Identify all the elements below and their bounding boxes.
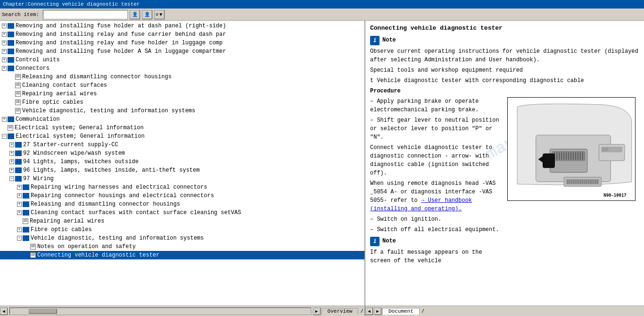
title-bar: Chapter:Connecting vehicle diagnostic te… — [0, 0, 644, 8]
folder-icon — [15, 159, 22, 165]
folder-icon — [8, 23, 14, 29]
toolbar: Search item: 👤 👤 ≡▼ — [0, 8, 644, 21]
expand-icon[interactable]: + — [2, 24, 7, 28]
tree-item-label: 27 Starter-current supply-CC — [23, 141, 118, 149]
tree-item[interactable]: +Control units — [0, 56, 364, 64]
tree-item[interactable]: Cleaning contact surfaces — [0, 81, 364, 90]
tree-item-label: 96 Lights, lamps, switches inside, anti-… — [23, 166, 199, 174]
tree-item-label: Repairing aerial wires — [22, 90, 97, 98]
tree-item-label: Vehicle diagnostic, testing and informat… — [31, 234, 204, 242]
expand-icon[interactable]: + — [9, 159, 14, 164]
toolbar-btn-1[interactable]: 👤 — [130, 10, 140, 19]
search-input[interactable] — [43, 10, 128, 19]
page-icon — [15, 91, 21, 97]
tree-item[interactable]: Vehicle diagnostic, testing and informat… — [0, 107, 364, 115]
page-icon — [30, 252, 36, 258]
tree-item[interactable]: +Fibre optic cables — [0, 225, 364, 234]
tree-item-label: Removing and installing relay and fuse h… — [16, 39, 223, 47]
tree-item[interactable]: +94 Lights, lamps, switches outside — [0, 158, 364, 166]
nav-prev-btn[interactable]: ◄ — [365, 308, 373, 315]
expand-icon[interactable]: − — [17, 236, 22, 241]
expand-icon[interactable]: − — [2, 134, 7, 139]
tree-item[interactable]: Repairing aerial wires — [0, 217, 364, 225]
tree-item[interactable]: +Communication — [0, 115, 364, 124]
tree-item[interactable]: +Repairing connector housings and electr… — [0, 191, 364, 200]
svg-rect-20 — [601, 147, 622, 152]
page-icon — [15, 100, 21, 105]
tree-item[interactable]: +Removing and installing fuse holder at … — [0, 22, 364, 30]
tree-item[interactable]: +Removing and installing relay and fuse … — [0, 39, 364, 47]
tree-item[interactable]: −Electrical system; General information — [0, 132, 364, 141]
connect-text: Connect vehicle diagnostic tester to dia… — [370, 143, 504, 177]
switch-off: – Switch off all electrical equipment. — [370, 225, 504, 234]
expand-icon[interactable]: + — [2, 49, 7, 54]
tree-item[interactable]: Connecting vehicle diagnostic tester — [0, 251, 364, 259]
tree-item[interactable]: Fibre optic cables — [0, 98, 364, 107]
expand-icon[interactable]: − — [9, 176, 14, 181]
tree-item[interactable]: +96 Lights, lamps, switches inside, anti… — [0, 166, 364, 175]
tree-item[interactable]: +Cleaning contact surfaces with contact … — [0, 208, 364, 217]
scroll-left-btn[interactable]: ◄ — [0, 308, 8, 315]
folder-icon — [23, 193, 29, 199]
folder-icon — [8, 66, 14, 71]
tree-item[interactable]: +Connectors — [0, 64, 364, 73]
tree-item[interactable]: Repairing aerial wires — [0, 90, 364, 98]
tree-item[interactable]: +Releasing and dismantling connector hou… — [0, 200, 364, 208]
folder-icon — [23, 210, 29, 216]
toolbar-btn-3[interactable]: ≡▼ — [154, 10, 165, 19]
expand-icon[interactable]: + — [17, 227, 22, 232]
tree-item-label: Removing and installing relay and fuse c… — [16, 31, 226, 38]
tab-sep-left: / — [359, 308, 364, 314]
folder-icon — [8, 32, 14, 37]
right-panel: manualslib Connecting vehicle diagnostic… — [365, 21, 644, 306]
left-scrollbar[interactable] — [9, 308, 311, 315]
page-icon — [30, 244, 36, 249]
tree-item-label: Repairing connector housings and electri… — [31, 192, 214, 200]
expand-icon[interactable]: + — [2, 41, 7, 45]
tree-item[interactable]: −97 Wiring — [0, 175, 364, 183]
expand-icon[interactable]: + — [2, 66, 7, 71]
folder-icon — [23, 184, 29, 190]
scroll-right-btn[interactable]: ► — [313, 308, 321, 315]
folder-icon — [15, 142, 22, 148]
tree-item[interactable]: +Repairing wiring harnesses and electric… — [0, 183, 364, 191]
diagram-box: N90-10017 — [507, 97, 636, 201]
expand-icon[interactable]: + — [9, 168, 14, 173]
toolbar-btn-2[interactable]: 👤 — [142, 10, 152, 19]
right-title: Connecting vehicle diagnostic tester — [370, 24, 639, 33]
expand-icon[interactable]: + — [17, 202, 22, 207]
tree-item[interactable]: +27 Starter-current supply-CC — [0, 141, 364, 149]
expand-icon[interactable]: + — [9, 151, 14, 156]
folder-icon — [15, 150, 22, 156]
expand-icon[interactable]: + — [17, 210, 22, 215]
tree-item-label: Notes on operation and safety — [37, 243, 136, 250]
tree-item-label: Removing and installing fuse holder at d… — [16, 22, 226, 30]
expand-icon[interactable]: + — [2, 117, 7, 122]
expand-icon[interactable]: + — [9, 142, 14, 147]
nav-next-btn[interactable]: ► — [374, 308, 381, 315]
page-icon — [23, 218, 28, 224]
tree-item-label: Connectors — [16, 65, 50, 72]
expand-icon[interactable]: + — [17, 185, 22, 190]
tree-item[interactable]: Notes on operation and safety — [0, 242, 364, 251]
tab-overview[interactable]: Overview — [322, 308, 359, 314]
tree-item-label: Releasing and dismantling connector hous… — [31, 200, 180, 208]
procedure-label: Procedure — [370, 87, 639, 95]
page-icon — [15, 83, 21, 88]
expand-icon[interactable]: + — [17, 193, 22, 198]
expand-icon[interactable]: + — [2, 58, 7, 62]
page-icon — [15, 74, 21, 80]
tree-item[interactable]: +Removing and installing relay and fuse … — [0, 30, 364, 39]
tree-item[interactable]: +Removing and installing fuse holder A S… — [0, 47, 364, 56]
tree-item[interactable]: −Vehicle diagnostic, testing and informa… — [0, 234, 364, 242]
tree-item[interactable]: Electrical system; General information — [0, 124, 364, 132]
title-text: Chapter:Connecting vehicle diagnostic te… — [3, 1, 140, 7]
folder-icon — [23, 235, 29, 241]
expand-icon[interactable]: + — [2, 32, 7, 37]
tree-item-label: Repairing aerial wires — [30, 217, 104, 225]
tree-item[interactable]: +92 Windscreen wipe/wash system — [0, 149, 364, 158]
step-2: – Shift gear lever to neutral position o… — [370, 116, 504, 141]
tree-item-label: Electrical system; General information — [15, 124, 144, 132]
tab-document[interactable]: Document — [382, 308, 420, 315]
tree-item[interactable]: Releasing and dismantling connector hous… — [0, 73, 364, 81]
